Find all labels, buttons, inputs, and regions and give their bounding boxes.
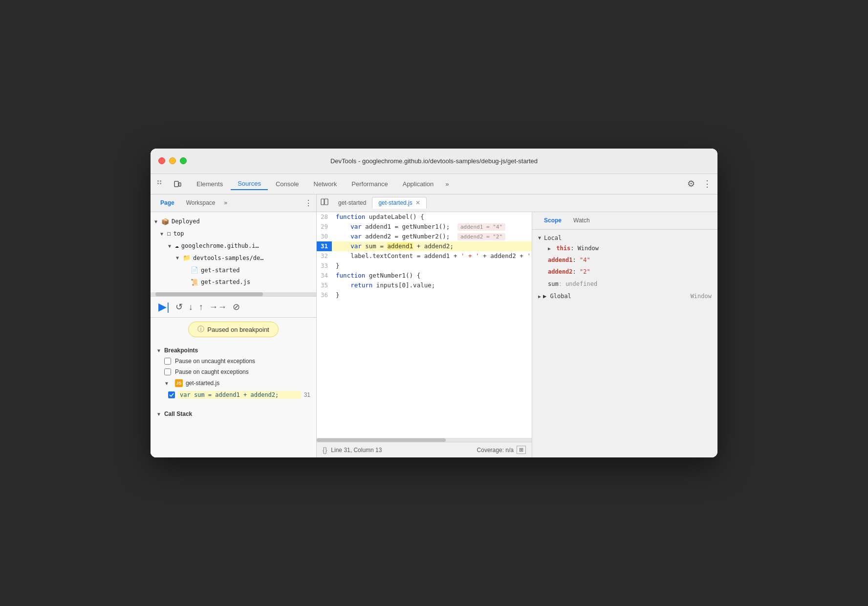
line-num-34: 34 — [317, 271, 332, 281]
tree-item-folder[interactable]: ▼ 📁 devtools-samples/de… — [152, 252, 314, 264]
js-label: get-started.js — [201, 278, 250, 287]
breakpoints-arrow: ▼ — [156, 348, 161, 353]
step-over-icon[interactable]: ↺ — [175, 302, 183, 312]
scope-item-addend1[interactable]: addend1: "4" — [538, 254, 712, 266]
deactivate-breakpoints-icon[interactable]: ⊘ — [233, 302, 240, 312]
arrow-js — [184, 279, 189, 286]
pause-caught-checkbox[interactable] — [164, 368, 171, 375]
step-into-icon[interactable]: ↓ — [189, 302, 193, 312]
local-title: Local — [544, 235, 562, 241]
tree-item-html[interactable]: 📄 get-started — [152, 264, 314, 277]
tree-item-js[interactable]: 📜 get-started.js — [152, 277, 314, 289]
local-arrow: ▼ — [538, 235, 541, 240]
resume-icon[interactable]: ▶| — [158, 301, 170, 313]
scope-item-this[interactable]: ▶ this: Window — [538, 242, 712, 254]
scope-local-header[interactable]: ▼ Local — [538, 234, 712, 242]
step-out-icon[interactable]: ↑ — [199, 302, 203, 312]
devtools-window: DevTools - googlechrome.github.io/devtoo… — [151, 149, 717, 458]
tree-item-origin[interactable]: ▼ ☁ googlechrome.github.i… — [152, 240, 314, 252]
breakpoint-file-item[interactable]: ▼ JS get-started.js — [156, 377, 310, 389]
pause-uncaught[interactable]: Pause on uncaught exceptions — [156, 356, 310, 367]
tab-application[interactable]: Application — [396, 178, 441, 190]
customize-menu-icon[interactable]: ⋮ — [701, 176, 714, 191]
pause-uncaught-label: Pause on uncaught exceptions — [175, 358, 255, 365]
bp-file-arrow: ▼ — [164, 381, 169, 386]
code-scrollbar[interactable] — [317, 438, 532, 442]
svg-rect-7 — [325, 199, 328, 205]
device-toolbar-icon[interactable] — [171, 177, 184, 190]
tree-item-top[interactable]: ▼ ☐ top — [152, 228, 314, 240]
breakpoint-line-item[interactable]: var sum = addend1 + addend2; 31 — [156, 389, 310, 401]
line-code-33: } — [332, 261, 532, 271]
js-file-icon: JS — [175, 379, 183, 387]
file-navigator-panel: Page Workspace » ⋮ ▼ 📦 Deployed ▼ ☐ t — [151, 195, 317, 458]
this-colon: : — [570, 245, 577, 252]
tab-elements[interactable]: Elements — [190, 178, 230, 190]
bp-line-checkbox[interactable] — [168, 391, 175, 398]
cursor-icon[interactable] — [154, 177, 167, 190]
line-num-31: 31 — [317, 241, 332, 251]
scope-item-sum[interactable]: sum: undefined — [538, 278, 712, 290]
code-line-36: 36 } — [317, 290, 532, 300]
code-editor[interactable]: 28 function updateLabel() { 29 var adden… — [317, 212, 532, 438]
line-num-32: 32 — [317, 251, 332, 261]
settings-icon[interactable]: ⚙ — [685, 176, 697, 191]
pause-uncaught-checkbox[interactable] — [164, 358, 171, 365]
deployed-icon: 📦 — [161, 217, 169, 227]
line-num-36: 36 — [317, 290, 332, 300]
origin-icon: ☁ — [175, 241, 179, 251]
this-val: Window — [578, 245, 599, 252]
traffic-lights — [158, 157, 187, 164]
tab-watch[interactable]: Watch — [567, 215, 596, 226]
pause-caught-label: Pause on caught exceptions — [175, 368, 249, 375]
line-num-29: 29 — [317, 222, 332, 232]
addend2-val: "2" — [580, 268, 590, 275]
close-tab-icon[interactable]: ✕ — [415, 199, 420, 206]
line-num-28: 28 — [317, 212, 332, 222]
more-navigator-tabs[interactable]: » — [221, 197, 231, 208]
line-code-36: } — [332, 290, 532, 300]
bp-filename: get-started.js — [186, 380, 219, 387]
line-code-28: function updateLabel() { — [332, 212, 532, 222]
coverage-info: Coverage: n/a ⊞ — [477, 446, 526, 454]
maximize-button[interactable] — [180, 157, 187, 164]
addend1-val: "4" — [580, 257, 590, 263]
line-num-33: 33 — [317, 261, 332, 271]
tab-workspace[interactable]: Workspace — [180, 197, 221, 208]
pause-caught[interactable]: Pause on caught exceptions — [156, 367, 310, 377]
scrollbar-thumb — [155, 292, 263, 296]
tab-get-started-html[interactable]: get-started — [332, 197, 372, 208]
breakpoints-header[interactable]: ▼ Breakpoints — [156, 345, 310, 356]
svg-rect-2 — [157, 183, 159, 184]
call-stack-header[interactable]: ▼ Call Stack — [156, 409, 310, 419]
tab-get-started-js[interactable]: get-started.js ✕ — [372, 197, 426, 209]
addend1-colon: : — [573, 257, 580, 263]
scope-global-header[interactable]: ▶ ▶ Global Window — [538, 292, 712, 301]
coverage-icon[interactable]: ⊞ — [517, 446, 526, 454]
step-icon[interactable]: →→ — [209, 302, 227, 312]
toggle-sidebar-icon[interactable] — [321, 198, 328, 208]
scope-item-addend2[interactable]: addend2: "2" — [538, 266, 712, 278]
bp-line-number: 31 — [304, 391, 310, 398]
horizontal-scrollbar[interactable] — [151, 292, 316, 296]
navigator-menu-icon[interactable]: ⋮ — [304, 198, 312, 208]
tab-console[interactable]: Console — [269, 178, 306, 190]
code-editor-panel: get-started get-started.js ✕ — [317, 195, 717, 458]
html-icon: 📄 — [191, 265, 198, 276]
tab-network[interactable]: Network — [307, 178, 344, 190]
folder-label: devtools-samples/de… — [193, 254, 264, 263]
tab-scope[interactable]: Scope — [538, 215, 567, 226]
window-title: DevTools - googlechrome.github.io/devtoo… — [158, 157, 710, 165]
tab-sources[interactable]: Sources — [231, 178, 268, 190]
line-num-35: 35 — [317, 281, 332, 290]
minimize-button[interactable] — [169, 157, 176, 164]
tree-item-deployed[interactable]: ▼ 📦 Deployed — [152, 216, 314, 228]
code-line-31: 31 var sum = addend1 + addend2; — [317, 241, 532, 251]
tab-performance[interactable]: Performance — [345, 178, 394, 190]
more-tabs-button[interactable]: » — [441, 178, 453, 190]
scope-panel: Scope Watch ▼ Local — [532, 212, 717, 458]
tab-page[interactable]: Page — [154, 197, 180, 208]
breakpoints-section: ▼ Breakpoints Pause on uncaught exceptio… — [151, 341, 316, 405]
close-button[interactable] — [158, 157, 165, 164]
svg-rect-1 — [160, 180, 161, 182]
